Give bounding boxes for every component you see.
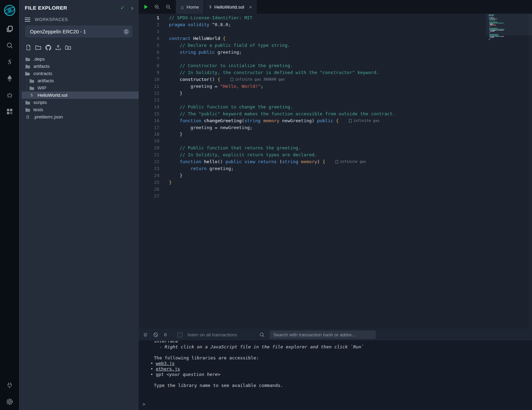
solidity-file-icon: S xyxy=(29,93,34,97)
listen-transactions-checkbox[interactable] xyxy=(177,332,182,337)
tree-item-helloworld-sol[interactable]: SHelloWorld.sol xyxy=(22,92,139,99)
code-line-2[interactable]: 2pragma solidity ^0.8.0; xyxy=(139,21,532,28)
tab-home[interactable]: ⌂ Home xyxy=(176,0,204,14)
code-line-23[interactable]: 23 return greeting; xyxy=(139,165,532,172)
tree-item-contracts[interactable]: contracts xyxy=(22,70,139,77)
panel-header: FILE EXPLORER ✓ › xyxy=(19,0,139,15)
tab-helloworld-sol[interactable]: S HelloWorld.sol × xyxy=(204,0,257,14)
code-line-27[interactable]: 27 xyxy=(139,193,532,200)
plugin-manager-icon[interactable] xyxy=(0,103,19,120)
terminal-search-input[interactable] xyxy=(270,330,376,339)
file-explorer-icon[interactable] xyxy=(0,21,19,37)
code-line-9[interactable]: 9 // In Solidity, the constructor is def… xyxy=(139,69,532,76)
load-local-file-icon[interactable] xyxy=(65,44,72,51)
listen-transactions-label: listen on all transactions xyxy=(188,332,237,337)
code-line-7[interactable]: 7 xyxy=(139,55,532,62)
minimap[interactable] xyxy=(489,14,527,42)
tree-item--prettierrc-json[interactable]: { }.prettierrc.json xyxy=(22,113,139,120)
zoom-in-icon[interactable] xyxy=(154,4,160,10)
tree-item--deps[interactable]: .deps xyxy=(22,55,139,63)
tab-helloworld-label: HelloWorld.sol xyxy=(214,4,244,10)
terminal-line: • ethers.js xyxy=(150,366,532,372)
code-line-18[interactable]: 18 } xyxy=(139,131,532,138)
code-line-21[interactable]: 21 // In Solidity, explicit return types… xyxy=(139,151,532,158)
search-icon[interactable] xyxy=(0,37,19,54)
code-line-1[interactable]: 1// SPDX-License-Identifier: MIT xyxy=(139,14,532,21)
line-number: 20 xyxy=(139,145,159,151)
terminal-line: • gpt <your question here> xyxy=(150,372,532,377)
accept-check-icon[interactable]: ✓ xyxy=(120,4,125,11)
code-line-16[interactable]: 16 function changeGreeting(string memory… xyxy=(139,117,532,124)
code-line-19[interactable]: 19 xyxy=(139,138,532,145)
solidity-compiler-icon[interactable]: S xyxy=(0,54,19,70)
line-number: 15 xyxy=(139,111,159,117)
line-number: 21 xyxy=(139,151,159,158)
terminal-link-ethers-js[interactable]: ethers.js xyxy=(156,366,180,371)
debugger-icon[interactable] xyxy=(0,87,19,103)
code-line-26[interactable]: 26 xyxy=(139,186,532,193)
run-script-icon[interactable] xyxy=(143,4,148,9)
settings-icon[interactable] xyxy=(0,393,19,410)
code-line-5[interactable]: 5 // Declare a public field of type stri… xyxy=(139,42,532,49)
plugin-connector-icon[interactable] xyxy=(0,377,19,393)
tree-item-tests[interactable]: tests xyxy=(22,106,139,113)
collapse-terminal-icon[interactable] xyxy=(143,332,148,337)
code-line-17[interactable]: 17 greeting = newGreeting; xyxy=(139,124,532,131)
terminal-prompt[interactable]: > xyxy=(142,401,145,407)
code-line-20[interactable]: 20 // Public function that returns the g… xyxy=(139,145,532,151)
new-folder-icon[interactable] xyxy=(35,44,42,51)
line-number: 16 xyxy=(139,117,159,124)
workspace-select[interactable]: OpenZeppelin ERC20 - 1 xyxy=(25,25,132,38)
pending-tx-count: 0 xyxy=(164,332,167,337)
tree-item-label: .deps xyxy=(33,56,45,62)
tree-item-label: .prettierrc.json xyxy=(33,114,63,119)
workspaces-menu-icon[interactable] xyxy=(25,18,30,22)
tree-item-wip[interactable]: WIP xyxy=(22,84,139,92)
line-number: 9 xyxy=(139,69,159,76)
code-line-6[interactable]: 6 string public greeting; xyxy=(139,49,532,56)
terminal-line: Type the library name to see available c… xyxy=(154,383,532,388)
file-explorer-panel: FILE EXPLORER ✓ › WORKSPACES OpenZeppeli… xyxy=(19,0,139,410)
code-editor[interactable]: 1// SPDX-License-Identifier: MIT2pragma … xyxy=(139,14,532,329)
code-line-15[interactable]: 15 // The "public" keyword makes the fun… xyxy=(139,111,532,117)
new-file-icon[interactable] xyxy=(25,44,32,51)
line-number: 22 xyxy=(139,158,159,165)
editor-scrollbar[interactable] xyxy=(529,14,532,329)
code-line-14[interactable]: 14 // Public function to change the gree… xyxy=(139,104,532,111)
code-line-13[interactable]: 13 xyxy=(139,97,532,104)
code-line-3[interactable]: 3 xyxy=(139,28,532,35)
code-line-25[interactable]: 25} xyxy=(139,179,532,186)
code-line-24[interactable]: 24 } xyxy=(139,172,532,179)
code-line-10[interactable]: 10 constructor() {infinite gas 368600 ga… xyxy=(139,76,532,83)
tree-item-label: artifacts xyxy=(33,64,50,69)
workspace-switcher-icon[interactable] xyxy=(123,28,130,35)
publish-gist-icon[interactable] xyxy=(55,44,62,51)
terminal-search-icon xyxy=(259,332,265,337)
line-number: 1 xyxy=(139,14,159,21)
expand-panel-chevron-icon[interactable]: › xyxy=(131,4,133,11)
tree-item-scripts[interactable]: scripts xyxy=(22,99,139,106)
github-clone-icon[interactable] xyxy=(45,44,52,51)
code-line-22[interactable]: 22 function hello() public view returns … xyxy=(139,158,532,165)
deploy-run-icon[interactable] xyxy=(0,70,19,87)
gas-estimate-badge: infinite gas xyxy=(349,117,380,124)
clear-console-icon[interactable] xyxy=(153,332,158,337)
code-line-11[interactable]: 11 greeting = "Hello, World!"; xyxy=(139,83,532,90)
panel-title: FILE EXPLORER xyxy=(25,5,120,11)
line-number: 3 xyxy=(139,28,159,35)
code-line-8[interactable]: 8 // Constructor to initialize the greet… xyxy=(139,62,532,69)
code-line-12[interactable]: 12 } xyxy=(139,90,532,97)
terminal-link-web3-js[interactable]: web3.js xyxy=(156,361,175,366)
close-tab-icon[interactable]: × xyxy=(249,4,252,10)
tree-item-artifacts[interactable]: artifacts xyxy=(22,77,139,84)
file-tree: .depsartifactscontractsartifactsWIPSHell… xyxy=(19,55,139,120)
terminal-output[interactable]: interface - Right click on a JavaScript … xyxy=(139,341,532,410)
zoom-out-icon[interactable] xyxy=(166,4,171,10)
editor-tabbar: ⌂ Home S HelloWorld.sol × xyxy=(139,0,532,14)
tree-item-artifacts[interactable]: artifacts xyxy=(22,63,139,70)
remix-logo[interactable] xyxy=(0,0,19,21)
line-number: 6 xyxy=(139,49,159,56)
minimap-slider[interactable] xyxy=(486,13,532,35)
code-line-4[interactable]: 4contract HelloWorld { xyxy=(139,35,532,42)
gas-icon xyxy=(336,160,338,164)
